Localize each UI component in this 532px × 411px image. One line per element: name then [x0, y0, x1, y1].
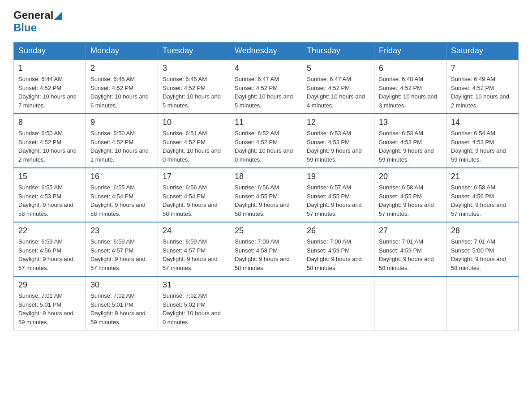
day-info: Sunrise: 6:48 AMSunset: 4:52 PMDaylight:…	[379, 76, 437, 109]
day-info: Sunrise: 6:44 AMSunset: 4:52 PMDaylight:…	[18, 76, 77, 109]
day-number: 2	[90, 64, 153, 73]
day-number: 12	[307, 118, 369, 127]
day-number: 10	[163, 118, 225, 127]
day-info: Sunrise: 6:56 AMSunset: 4:55 PMDaylight:…	[235, 184, 290, 217]
day-number: 7	[451, 64, 514, 73]
day-number: 21	[451, 172, 514, 181]
day-number: 26	[307, 226, 369, 235]
calendar-cell: 4 Sunrise: 6:47 AMSunset: 4:52 PMDayligh…	[230, 60, 302, 114]
day-info: Sunrise: 7:02 AMSunset: 5:02 PMDaylight:…	[163, 292, 221, 325]
calendar-cell: 20 Sunrise: 6:58 AMSunset: 4:55 PMDaylig…	[374, 168, 446, 222]
calendar-cell: 23 Sunrise: 6:59 AMSunset: 4:57 PMDaylig…	[86, 222, 158, 276]
calendar-cell: 1 Sunrise: 6:44 AMSunset: 4:52 PMDayligh…	[14, 60, 86, 114]
day-info: Sunrise: 6:53 AMSunset: 4:53 PMDaylight:…	[307, 130, 362, 163]
day-number: 6	[379, 64, 442, 73]
calendar-cell: 28 Sunrise: 7:01 AMSunset: 5:00 PMDaylig…	[446, 222, 519, 276]
day-number: 24	[163, 226, 225, 235]
weekday-header-friday: Friday	[374, 43, 446, 60]
week-row-4: 22 Sunrise: 6:59 AMSunset: 4:56 PMDaylig…	[14, 222, 519, 276]
calendar-cell: 26 Sunrise: 7:00 AMSunset: 4:59 PMDaylig…	[302, 222, 374, 276]
day-number: 8	[18, 118, 81, 127]
calendar-cell: 5 Sunrise: 6:47 AMSunset: 4:52 PMDayligh…	[302, 60, 374, 114]
day-number: 11	[235, 118, 297, 127]
day-info: Sunrise: 6:58 AMSunset: 4:56 PMDaylight:…	[451, 184, 506, 217]
day-number: 9	[90, 118, 153, 127]
weekday-header-row: SundayMondayTuesdayWednesdayThursdayFrid…	[14, 43, 519, 60]
day-info: Sunrise: 7:02 AMSunset: 5:01 PMDaylight:…	[90, 292, 146, 325]
calendar-cell: 19 Sunrise: 6:57 AMSunset: 4:55 PMDaylig…	[302, 168, 374, 222]
calendar-cell: 22 Sunrise: 6:59 AMSunset: 4:56 PMDaylig…	[14, 222, 86, 276]
calendar-cell	[230, 276, 302, 330]
calendar-cell: 9 Sunrise: 6:50 AMSunset: 4:52 PMDayligh…	[86, 114, 158, 168]
logo-blue-text: Blue	[13, 21, 37, 34]
day-number: 23	[90, 226, 153, 235]
calendar-cell: 3 Sunrise: 6:46 AMSunset: 4:52 PMDayligh…	[158, 60, 230, 114]
calendar-cell: 11 Sunrise: 6:52 AMSunset: 4:52 PMDaylig…	[230, 114, 302, 168]
day-info: Sunrise: 6:53 AMSunset: 4:53 PMDaylight:…	[379, 130, 434, 163]
day-number: 5	[307, 64, 369, 73]
calendar-cell	[446, 276, 519, 330]
calendar-cell: 27 Sunrise: 7:01 AMSunset: 4:59 PMDaylig…	[374, 222, 446, 276]
calendar-cell	[374, 276, 446, 330]
week-row-1: 1 Sunrise: 6:44 AMSunset: 4:52 PMDayligh…	[14, 60, 519, 114]
day-number: 27	[379, 226, 442, 235]
weekday-header-tuesday: Tuesday	[158, 43, 230, 60]
week-row-3: 15 Sunrise: 6:55 AMSunset: 4:53 PMDaylig…	[14, 168, 519, 222]
calendar-cell: 8 Sunrise: 6:50 AMSunset: 4:52 PMDayligh…	[14, 114, 86, 168]
day-number: 1	[18, 64, 81, 73]
day-number: 15	[18, 172, 81, 181]
day-number: 13	[379, 118, 442, 127]
calendar-cell: 21 Sunrise: 6:58 AMSunset: 4:56 PMDaylig…	[446, 168, 519, 222]
logo-triangle-icon	[54, 12, 62, 20]
weekday-header-saturday: Saturday	[446, 43, 519, 60]
calendar-cell: 25 Sunrise: 7:00 AMSunset: 4:58 PMDaylig…	[230, 222, 302, 276]
day-number: 29	[18, 280, 81, 290]
day-info: Sunrise: 6:52 AMSunset: 4:52 PMDaylight:…	[235, 130, 293, 163]
day-info: Sunrise: 7:00 AMSunset: 4:59 PMDaylight:…	[307, 238, 362, 271]
day-number: 18	[235, 172, 297, 181]
day-info: Sunrise: 6:56 AMSunset: 4:54 PMDaylight:…	[163, 184, 218, 217]
day-info: Sunrise: 7:00 AMSunset: 4:58 PMDaylight:…	[235, 238, 290, 271]
calendar-cell: 29 Sunrise: 7:01 AMSunset: 5:01 PMDaylig…	[14, 276, 86, 330]
weekday-header-wednesday: Wednesday	[230, 43, 302, 60]
day-info: Sunrise: 6:59 AMSunset: 4:57 PMDaylight:…	[163, 238, 218, 271]
day-info: Sunrise: 7:01 AMSunset: 5:00 PMDaylight:…	[451, 238, 506, 271]
calendar-cell	[302, 276, 374, 330]
weekday-header-monday: Monday	[86, 43, 158, 60]
calendar-cell: 15 Sunrise: 6:55 AMSunset: 4:53 PMDaylig…	[14, 168, 86, 222]
week-row-5: 29 Sunrise: 7:01 AMSunset: 5:01 PMDaylig…	[14, 276, 519, 330]
day-number: 20	[379, 172, 442, 181]
day-info: Sunrise: 6:46 AMSunset: 4:52 PMDaylight:…	[163, 76, 221, 109]
day-number: 25	[235, 226, 297, 235]
day-number: 16	[90, 172, 153, 181]
day-info: Sunrise: 6:49 AMSunset: 4:52 PMDaylight:…	[451, 76, 509, 109]
day-number: 30	[90, 280, 153, 290]
day-number: 22	[18, 226, 81, 235]
day-number: 19	[307, 172, 369, 181]
calendar-cell: 17 Sunrise: 6:56 AMSunset: 4:54 PMDaylig…	[158, 168, 230, 222]
day-info: Sunrise: 6:51 AMSunset: 4:52 PMDaylight:…	[163, 130, 221, 163]
day-info: Sunrise: 6:55 AMSunset: 4:53 PMDaylight:…	[18, 184, 73, 217]
day-info: Sunrise: 6:58 AMSunset: 4:55 PMDaylight:…	[379, 184, 434, 217]
day-info: Sunrise: 6:59 AMSunset: 4:56 PMDaylight:…	[18, 238, 73, 271]
day-number: 14	[451, 118, 514, 127]
day-info: Sunrise: 6:57 AMSunset: 4:55 PMDaylight:…	[307, 184, 362, 217]
calendar-cell: 7 Sunrise: 6:49 AMSunset: 4:52 PMDayligh…	[446, 60, 519, 114]
calendar-cell: 13 Sunrise: 6:53 AMSunset: 4:53 PMDaylig…	[374, 114, 446, 168]
page-header: General Blue	[13, 9, 519, 34]
calendar-cell: 2 Sunrise: 6:45 AMSunset: 4:52 PMDayligh…	[86, 60, 158, 114]
svg-marker-0	[54, 12, 62, 20]
calendar-table: SundayMondayTuesdayWednesdayThursdayFrid…	[13, 42, 519, 330]
day-number: 3	[163, 64, 225, 73]
calendar-cell: 24 Sunrise: 6:59 AMSunset: 4:57 PMDaylig…	[158, 222, 230, 276]
day-info: Sunrise: 6:50 AMSunset: 4:52 PMDaylight:…	[90, 130, 149, 163]
day-number: 17	[163, 172, 225, 181]
logo: General Blue	[13, 9, 62, 34]
weekday-header-thursday: Thursday	[302, 43, 374, 60]
calendar-cell: 30 Sunrise: 7:02 AMSunset: 5:01 PMDaylig…	[86, 276, 158, 330]
calendar-cell: 31 Sunrise: 7:02 AMSunset: 5:02 PMDaylig…	[158, 276, 230, 330]
day-info: Sunrise: 6:54 AMSunset: 4:53 PMDaylight:…	[451, 130, 506, 163]
weekday-header-sunday: Sunday	[14, 43, 86, 60]
calendar-cell: 18 Sunrise: 6:56 AMSunset: 4:55 PMDaylig…	[230, 168, 302, 222]
day-number: 28	[451, 226, 514, 235]
